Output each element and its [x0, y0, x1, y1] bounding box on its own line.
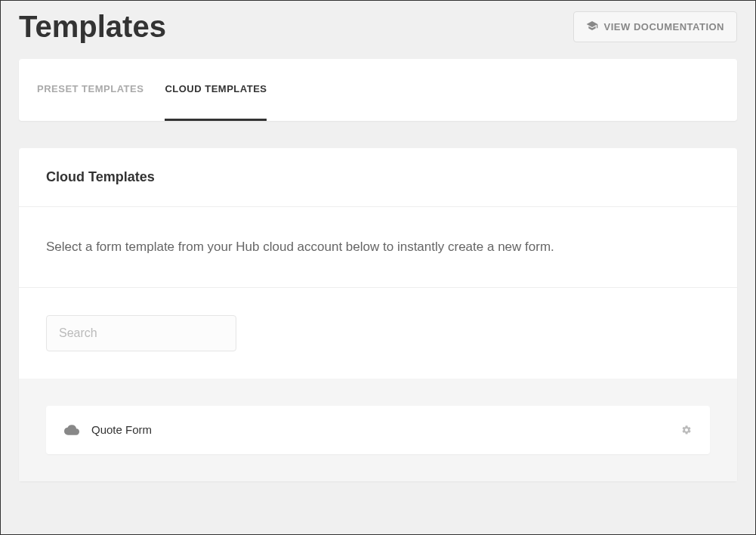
templates-list: Quote Form [19, 379, 737, 481]
search-input[interactable] [46, 315, 236, 351]
list-item[interactable]: Quote Form [46, 406, 710, 454]
graduation-cap-icon [586, 20, 598, 34]
page-title: Templates [19, 10, 166, 44]
view-documentation-button[interactable]: VIEW DOCUMENTATION [573, 11, 737, 42]
tab-cloud-templates[interactable]: CLOUD TEMPLATES [165, 59, 267, 121]
content-card: Cloud Templates Select a form template f… [19, 148, 737, 481]
cloud-icon [64, 422, 79, 438]
tabs-container: PRESET TEMPLATES CLOUD TEMPLATES [19, 59, 737, 121]
tab-preset-templates[interactable]: PRESET TEMPLATES [37, 59, 143, 121]
section-title: Cloud Templates [46, 169, 710, 185]
gear-icon[interactable] [681, 425, 692, 435]
section-description: Select a form template from your Hub clo… [19, 207, 737, 288]
doc-button-label: VIEW DOCUMENTATION [604, 21, 724, 32]
template-name: Quote Form [91, 423, 152, 436]
